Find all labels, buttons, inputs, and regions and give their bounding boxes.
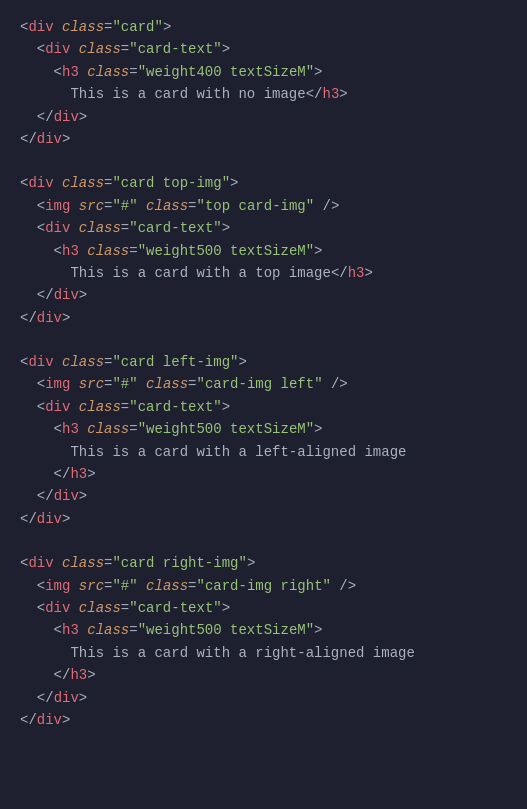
- code-line: <h3 class="weight400 textSizeM">: [16, 61, 527, 83]
- attr-name-token: class: [87, 622, 129, 638]
- attr-name-token: class: [146, 578, 188, 594]
- tag-token: div: [54, 690, 79, 706]
- code-line: This is a card with no image</h3>: [16, 83, 527, 105]
- code-line: This is a card with a left-aligned image: [16, 441, 527, 463]
- punct-token: >: [339, 86, 347, 102]
- punct-token: [79, 421, 87, 437]
- tag-token: div: [45, 399, 70, 415]
- punct-token: >: [62, 310, 70, 326]
- attr-name-token: class: [79, 600, 121, 616]
- punct-token: >: [238, 354, 246, 370]
- punct-token: </: [20, 131, 37, 147]
- code-line: <h3 class="weight500 textSizeM">: [16, 619, 527, 641]
- punct-token: >: [62, 712, 70, 728]
- punct-token: </: [37, 488, 54, 504]
- attr-value-token: "weight500 textSizeM": [138, 622, 314, 638]
- punct-token: >: [87, 466, 95, 482]
- punct-token: >: [163, 19, 171, 35]
- punct-token: </: [37, 287, 54, 303]
- code-line: </div>: [16, 687, 527, 709]
- tag-token: h3: [70, 667, 87, 683]
- attr-value-token: "card": [112, 19, 162, 35]
- punct-token: [70, 198, 78, 214]
- text-content-token: This is a card with a left-aligned image: [70, 444, 406, 460]
- punct-token: >: [79, 690, 87, 706]
- attr-value-token: "weight500 textSizeM": [138, 243, 314, 259]
- tag-token: div: [37, 310, 62, 326]
- attr-value-token: "top card-img": [197, 198, 315, 214]
- punct-token: <: [54, 64, 62, 80]
- punct-token: >: [314, 64, 322, 80]
- attr-name-token: class: [62, 555, 104, 571]
- tag-token: div: [45, 600, 70, 616]
- attr-name-token: src: [79, 198, 104, 214]
- punct-token: [70, 220, 78, 236]
- punct-token: </: [54, 667, 71, 683]
- punct-token: >: [365, 265, 373, 281]
- code-line: <div class="card-text">: [16, 217, 527, 239]
- punct-token: </: [37, 109, 54, 125]
- code-line: <div class="card top-img">: [16, 172, 527, 194]
- tag-token: div: [54, 287, 79, 303]
- tag-token: h3: [348, 265, 365, 281]
- attr-value-token: "card right-img": [112, 555, 246, 571]
- code-line: <img src="#" class="top card-img" />: [16, 195, 527, 217]
- punct-token: />: [314, 198, 339, 214]
- punct-token: [70, 600, 78, 616]
- punct-token: [54, 175, 62, 191]
- attr-value-token: "card-img right": [197, 578, 331, 594]
- attr-name-token: src: [79, 376, 104, 392]
- punct-token: >: [314, 622, 322, 638]
- attr-name-token: class: [146, 376, 188, 392]
- punct-token: <: [37, 600, 45, 616]
- punct-token: [79, 243, 87, 259]
- code-line: This is a card with a right-aligned imag…: [16, 642, 527, 664]
- attr-value-token: "card-text": [129, 220, 221, 236]
- punct-token: </: [37, 690, 54, 706]
- punct-token: >: [79, 109, 87, 125]
- attr-name-token: src: [79, 578, 104, 594]
- attr-value-token: "weight500 textSizeM": [138, 421, 314, 437]
- punct-token: </: [54, 466, 71, 482]
- attr-value-token: "card-text": [129, 41, 221, 57]
- equals-token: =: [121, 220, 129, 236]
- tag-token: h3: [62, 64, 79, 80]
- equals-token: =: [129, 243, 137, 259]
- punct-token: >: [222, 41, 230, 57]
- empty-line: [16, 329, 527, 351]
- punct-token: <: [37, 220, 45, 236]
- punct-token: <: [37, 198, 45, 214]
- punct-token: [138, 198, 146, 214]
- attr-name-token: class: [62, 175, 104, 191]
- punct-token: [138, 376, 146, 392]
- attr-name-token: class: [87, 421, 129, 437]
- tag-token: div: [37, 131, 62, 147]
- punct-token: >: [222, 399, 230, 415]
- punct-token: >: [230, 175, 238, 191]
- attr-name-token: class: [79, 220, 121, 236]
- punct-token: [54, 555, 62, 571]
- punct-token: >: [222, 220, 230, 236]
- punct-token: [70, 41, 78, 57]
- punct-token: >: [62, 131, 70, 147]
- tag-token: div: [54, 109, 79, 125]
- code-line: </div>: [16, 307, 527, 329]
- tag-token: h3: [322, 86, 339, 102]
- attr-name-token: class: [87, 243, 129, 259]
- code-line: </h3>: [16, 463, 527, 485]
- punct-token: [70, 376, 78, 392]
- tag-token: h3: [62, 243, 79, 259]
- attr-value-token: "card-text": [129, 600, 221, 616]
- empty-line: [16, 150, 527, 172]
- tag-token: div: [37, 712, 62, 728]
- punct-token: >: [87, 667, 95, 683]
- tag-token: img: [45, 376, 70, 392]
- equals-token: =: [188, 578, 196, 594]
- punct-token: [79, 622, 87, 638]
- equals-token: =: [121, 600, 129, 616]
- punct-token: >: [247, 555, 255, 571]
- punct-token: </: [20, 511, 37, 527]
- equals-token: =: [188, 376, 196, 392]
- code-line: </div>: [16, 508, 527, 530]
- code-line: <div class="card-text">: [16, 597, 527, 619]
